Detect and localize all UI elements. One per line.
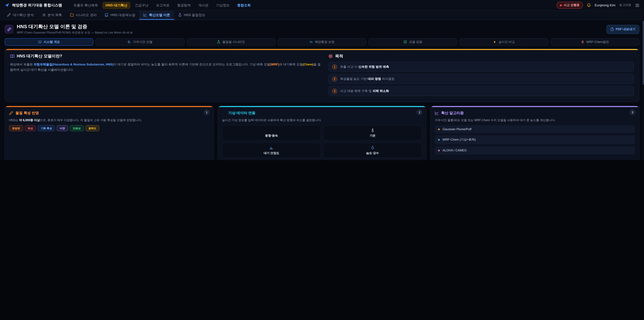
folder-icon — [70, 13, 74, 17]
tab-label: HNS 물질정보 — [184, 13, 205, 17]
purpose-number-badge: 2 — [332, 76, 337, 81]
algorithm-item: WRF-Chem (기상+화학) — [435, 135, 635, 144]
purpose-item: 1 유출 사고 시 신속한 위험 범위 예측 — [328, 62, 634, 72]
user-name: Eunjeong Kim — [594, 3, 616, 7]
bullet-dot-icon — [438, 129, 440, 130]
nav-item-aerial-search[interactable]: 항공탐색 — [174, 2, 194, 9]
tab-dispersion-analysis[interactable]: 대기확산 분석 — [3, 11, 38, 20]
check-square-icon — [404, 40, 407, 44]
page-title-icon-box — [5, 25, 14, 34]
page-subtitle: WRF-Chem·Gaussian Plume/Puff·ROMS·해양환경 보… — [17, 31, 133, 35]
intro-title-row: HNS 대기확산 모델이란? — [10, 53, 322, 59]
pill-label: 해양환경 보정 — [315, 40, 334, 44]
purpose-list: 1 유출 사고 시 신속한 위험 범위 예측 2 독성물질 농도 기반 대피 명… — [328, 62, 634, 96]
card-title: 기상 데이터 연동 — [228, 111, 256, 115]
algorithm-item: Gaussian Plume/Puff — [435, 125, 635, 133]
bullet-dot-icon — [438, 139, 440, 141]
card-description: 가우시안 플룸/퍼프 모델 또는 WRF-Chem 수치 모델을 사용하여 대기… — [435, 118, 635, 123]
tab-label: 확산모델 이론 — [149, 13, 170, 17]
card-title: 물질 특성 반영 — [16, 111, 39, 115]
pill-label: 시스템 개요 — [44, 40, 60, 44]
tag-reactivity: 반응성 — [70, 125, 84, 131]
purpose-title: 목적 — [335, 53, 343, 59]
pill-label: 실시간 비교 — [498, 40, 515, 44]
model-feature-cards: 1 물질 특성 반영 HNS는 약 6,000종 이상으로, 종류가 매우 다양… — [5, 106, 639, 160]
algorithm-item: ALOHA / CAMEO — [435, 147, 635, 155]
monitor-icon — [38, 40, 42, 44]
nav-item-reports[interactable]: 보고자료 — [153, 2, 173, 9]
nav-item-hns-dispersion[interactable]: HNS·대기확산 — [102, 2, 131, 9]
tab-hns-response-manual[interactable]: HNS 대응매뉴얼 — [101, 11, 139, 20]
logout-button[interactable]: 로그아웃 — [619, 3, 631, 8]
purpose-item: 3 사고 대응 체계 구축 및 피해 최소화 — [328, 86, 634, 96]
intro-section: HNS 대기확산 모델이란? 해상에서 유출된 위험유해물질(Hazardous… — [5, 49, 639, 102]
tab-label: 시나리오 관리 — [76, 13, 97, 17]
nav-item-weather-info[interactable]: 기상정보 — [213, 2, 233, 9]
incident-status-badge[interactable]: 사고 진행중 — [556, 2, 583, 9]
pill-substance-scenarios[interactable]: 물질별 시나리오 — [187, 38, 276, 46]
bolt-icon — [493, 40, 496, 44]
nav-item-board[interactable]: 게시판 — [195, 2, 212, 9]
tag-toxicity: 독성 — [25, 125, 36, 131]
page-header: HNS 대기확산 모델 이론 및 검증 WRF-Chem·Gaussian Pl… — [4, 20, 640, 38]
tab-analysis-list[interactable]: 분석 목록 — [38, 11, 66, 20]
notifications-bell-icon[interactable] — [586, 3, 591, 8]
hamburger-menu-icon[interactable] — [635, 3, 640, 8]
tag-specific-gravity: 비중 — [57, 125, 68, 131]
tab-label: HNS 대응매뉴얼 — [110, 13, 135, 17]
nav-item-emergency-rescue[interactable]: 긴급구난 — [132, 2, 152, 9]
main-nav: 유출유 확산예측 HNS·대기확산 긴급구난 보고자료 항공탐색 게시판 기상정… — [70, 2, 254, 9]
card-dispersion-algorithm: 3 확산 알고리즘 가우시안 플룸/퍼프 모델 또는 WRF-Chem 수치 모… — [430, 106, 639, 160]
wind-icon — [222, 111, 226, 115]
app: 해양환경 위기대응 통합시스템 유출유 확산예측 HNS·대기확산 긴급구난 보… — [0, 0, 644, 160]
tag-vaporization: 기화 특성 — [38, 125, 55, 131]
pill-model-validation[interactable]: 모델 검증 — [368, 38, 457, 46]
top-navbar: 해양환경 위기대응 통합시스템 유출유 확산예측 HNS·대기확산 긴급구난 보… — [0, 0, 644, 11]
card-number-badge: 3 — [630, 109, 635, 115]
tab-scenario-management[interactable]: 시나리오 관리 — [66, 11, 101, 20]
page-title: HNS 대기확산 모델 이론 및 검증 — [17, 24, 133, 30]
weather-input-grid: 풍향·풍속 기온 대기 안정도 습도·강수 — [222, 125, 422, 158]
pill-label: 가우시안 모델 — [133, 40, 152, 44]
weather-cell-humidity: 습도·강수 — [323, 143, 422, 158]
card-substance-properties: 1 물질 특성 반영 HNS는 약 6,000종 이상으로, 종류가 매우 다양… — [5, 106, 214, 160]
tab-hns-substance-info[interactable]: HNS 물질정보 — [174, 11, 209, 20]
purpose-title-row: 목적 — [328, 53, 634, 59]
file-icon — [610, 28, 614, 31]
tab-dispersion-model-theory[interactable]: 확산모델 이론 — [139, 11, 174, 20]
intro-description: 해상에서 유출된 위험유해물질(Hazardous & Noxious Subs… — [10, 62, 322, 73]
purpose-item: 2 독성물질 농도 기반 대피 명령 의사결정 — [328, 74, 634, 84]
droplet-icon — [370, 146, 374, 150]
pill-realtime-comparison[interactable]: 실시간 비교 — [460, 38, 548, 46]
pdf-export-button[interactable]: PDF 내보내기 — [606, 25, 639, 34]
weather-cell-wind: 풍향·풍속 — [222, 125, 321, 141]
purpose-number-badge: 1 — [332, 64, 337, 69]
nav-item-integrated-search[interactable]: 통합조회 — [234, 2, 254, 9]
weather-cell-stability: 대기 안정도 — [222, 143, 321, 158]
thermometer-icon — [370, 128, 374, 132]
intro-title: HNS 대기확산 모델이란? — [17, 53, 62, 59]
scrollbar-track[interactable] — [642, 0, 644, 160]
card-number-badge: 1 — [204, 109, 210, 115]
card-description: HNS는 약 6,000종 이상으로, 종류가 매우 다양합니다. 각 물질의 … — [9, 118, 209, 123]
purpose-number-badge: 3 — [332, 88, 337, 94]
tag-solubility: 용해도 — [85, 125, 99, 131]
book-open-icon — [10, 54, 14, 58]
pill-marine-correction[interactable]: 해양환경 보정 — [278, 38, 366, 46]
pill-gaussian-model[interactable]: 가우시안 모델 — [96, 38, 184, 46]
pill-system-overview[interactable]: 시스템 개요 — [5, 38, 94, 46]
pill-label: 물질별 시나리오 — [222, 40, 245, 44]
pill-label: 모델 검증 — [409, 40, 422, 44]
scrollbar-thumb[interactable] — [642, 21, 644, 85]
main-content: HNS 대기확산 모델 이론 및 검증 WRF-Chem·Gaussian Pl… — [0, 20, 644, 160]
app-logo-icon — [4, 3, 10, 8]
nav-item-oil-spill-prediction[interactable]: 유출유 확산예측 — [70, 2, 101, 9]
wind-icon — [270, 128, 274, 132]
flask-icon — [217, 40, 220, 44]
chart-icon — [435, 111, 439, 115]
cyclone-icon — [128, 40, 131, 44]
target-icon — [328, 54, 333, 58]
rocket-icon — [581, 40, 584, 44]
app-title: 해양환경 위기대응 통합시스템 — [12, 3, 62, 8]
pill-wrf-chem-advance[interactable]: WRF-Chem발전 — [550, 38, 639, 46]
